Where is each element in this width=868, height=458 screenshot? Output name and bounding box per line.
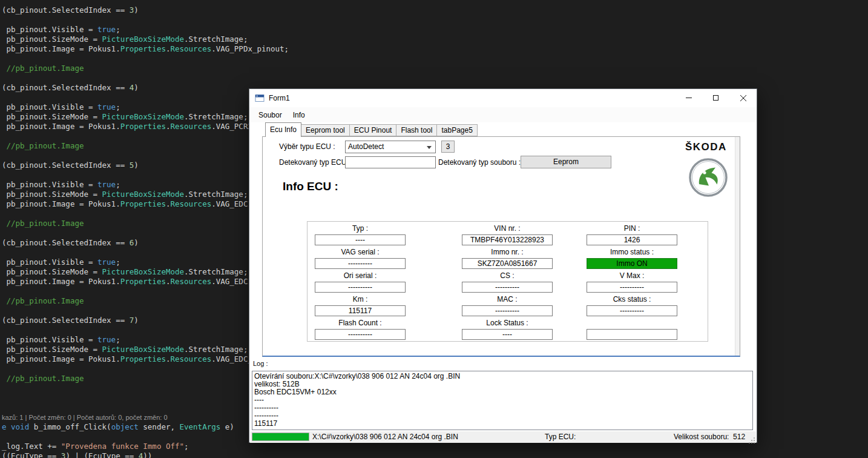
field-label: Immo status : bbox=[587, 248, 677, 258]
window-controls bbox=[675, 89, 757, 107]
code-line: _log.Text += "Provedena funkce Immo Off"… bbox=[2, 442, 868, 451]
field-label: Lock Status : bbox=[462, 319, 553, 329]
tab-tabpage5[interactable]: tabPage5 bbox=[437, 124, 477, 136]
ecu-type-label: Výběr typu ECU : bbox=[279, 142, 335, 151]
field-label bbox=[587, 319, 677, 329]
status-ecu-type-label: Typ ECU: bbox=[545, 433, 576, 441]
field-value-pin[interactable]: 1426 bbox=[587, 234, 677, 245]
field-value-cs[interactable]: ---------- bbox=[462, 282, 553, 293]
field-value-box[interactable] bbox=[587, 329, 677, 340]
screen: (cb_pinout.SelectedIndex == 3) pb_pinout… bbox=[0, 0, 868, 458]
tab-strip: Ecu InfoEeprom toolECU PinoutFlash toolt… bbox=[265, 122, 478, 136]
code-line: //pb_pinout.Image bbox=[2, 64, 868, 73]
eeprom-button[interactable]: Eeprom bbox=[521, 156, 611, 168]
maximize-icon bbox=[713, 95, 718, 101]
detected-file-label: Detekovaný typ souboru : bbox=[438, 158, 521, 167]
detected-ecu-label: Detekovaný typ ECU : bbox=[279, 158, 350, 167]
minimize-icon bbox=[686, 98, 692, 98]
field-label: PIN : bbox=[587, 224, 677, 234]
code-line: (cb_pinout.SelectedIndex == 3) bbox=[2, 5, 868, 15]
menu-item-soubor[interactable]: Soubor bbox=[253, 108, 288, 122]
field-value-lock-status[interactable]: ---- bbox=[462, 329, 553, 340]
tab-ecu-info[interactable]: Ecu Info bbox=[265, 122, 301, 137]
skoda-wordmark: ŠKODA bbox=[685, 141, 727, 153]
field-label: MAC : bbox=[462, 295, 553, 305]
tab-ecu-pinout[interactable]: ECU Pinout bbox=[350, 124, 397, 136]
field-column: PIN :1426Immo status :Immo ONV Max :----… bbox=[587, 222, 677, 342]
field-label: Typ : bbox=[315, 224, 406, 234]
field-value-km[interactable]: 115117 bbox=[315, 305, 406, 316]
field-value-v-max[interactable]: ---------- bbox=[587, 282, 677, 293]
code-line: pb_pinout.Visible = true; bbox=[2, 25, 868, 35]
log-line: Otevírání souboru:X:\C#\vzorky\038 906 0… bbox=[254, 373, 751, 380]
code-line: pb_pinout.SizeMode = PictureBoxSizeMode.… bbox=[2, 35, 868, 44]
field-value-flash-count[interactable]: ---------- bbox=[315, 329, 406, 340]
tab-page-ecu-info: Výběr typu ECU : AutoDetect 3 Detekovaný… bbox=[262, 136, 740, 357]
minimize-button[interactable] bbox=[675, 89, 702, 107]
progress-fill bbox=[252, 433, 309, 440]
log-line: ---------- bbox=[254, 404, 751, 412]
log-line: ---- bbox=[254, 396, 751, 404]
ecu-type-value: AutoDetect bbox=[348, 142, 384, 151]
field-value-immo-nr[interactable]: SKZ7Z0A0851667 bbox=[462, 258, 553, 269]
field-column: Typ :----VAG serial :----------Ori seria… bbox=[315, 222, 406, 342]
field-label: VAG serial : bbox=[315, 248, 406, 258]
code-line: ((EcuType == 3) | (EcuType == 4)) bbox=[2, 451, 868, 458]
field-label: Immo nr. : bbox=[462, 248, 553, 258]
code-line: pb_pinout.Image = Pokus1.Properties.Reso… bbox=[2, 44, 868, 54]
field-value-ori-serial[interactable]: ---------- bbox=[315, 282, 406, 293]
log-line: ---------- bbox=[254, 412, 751, 420]
code-line bbox=[2, 54, 868, 64]
chevron-down-icon bbox=[427, 146, 432, 149]
field-value-vin-nr[interactable]: TMBPF46Y013228923 bbox=[462, 234, 553, 245]
form1-window: Form1 SouborInfo Ecu InfoEeprom toolECU … bbox=[249, 88, 757, 443]
field-label: Ori serial : bbox=[315, 271, 406, 282]
status-file-path: X:\C#\vzorky\038 906 012 AN 24c04 org .B… bbox=[312, 433, 458, 441]
title-bar[interactable]: Form1 bbox=[249, 89, 757, 107]
log-textbox[interactable]: Otevírání souboru:X:\C#\vzorky\038 906 0… bbox=[252, 371, 753, 430]
code-line bbox=[2, 73, 868, 83]
status-bar: X:\C#\vzorky\038 906 012 AN 24c04 org .B… bbox=[250, 431, 756, 443]
close-icon bbox=[740, 95, 746, 101]
status-file-size-value: 512 bbox=[733, 433, 745, 441]
log-line: 115117 bbox=[254, 420, 751, 428]
field-label: Cks status : bbox=[587, 295, 677, 305]
form-app-icon bbox=[255, 93, 265, 103]
ecu-fields-group: Typ :----VAG serial :----------Ori seria… bbox=[307, 221, 708, 342]
field-column: VIN nr. :TMBPF46Y013228923Immo nr. :SKZ7… bbox=[462, 222, 553, 342]
tab-eeprom-tool[interactable]: Eeprom tool bbox=[301, 124, 350, 136]
info-ecu-heading: Info ECU : bbox=[283, 180, 338, 193]
field-label: V Max : bbox=[587, 271, 677, 282]
status-file-size: Velikost souboru: 512 bbox=[674, 433, 745, 441]
maximize-button[interactable] bbox=[702, 89, 729, 107]
status-file-size-label: Velikost souboru: bbox=[674, 433, 729, 441]
field-value-vag-serial[interactable]: ---------- bbox=[315, 258, 406, 269]
field-value-cks-status[interactable]: ---------- bbox=[587, 305, 677, 316]
field-label: CS : bbox=[462, 271, 553, 282]
ecu-type-combobox[interactable]: AutoDetect bbox=[345, 141, 436, 153]
field-label: Flash Count : bbox=[315, 319, 406, 329]
progress-bar bbox=[252, 433, 309, 441]
menu-bar: SouborInfo bbox=[249, 107, 757, 122]
window-title: Form1 bbox=[269, 94, 290, 102]
menu-item-info[interactable]: Info bbox=[288, 108, 311, 122]
code-line bbox=[2, 15, 868, 25]
field-label: VIN nr. : bbox=[462, 224, 553, 234]
field-value-immo-status[interactable]: Immo ON bbox=[587, 258, 677, 269]
tab-flash-tool[interactable]: Flash tool bbox=[396, 124, 437, 136]
log-label: Log : bbox=[253, 360, 268, 367]
field-value-typ[interactable]: ---- bbox=[315, 234, 406, 245]
detected-ecu-input[interactable] bbox=[345, 156, 436, 168]
field-value-mac[interactable]: ---------- bbox=[462, 305, 553, 316]
log-line: Bosch EDC15VM+ 012xx bbox=[254, 388, 751, 396]
tabpage-scrollbar[interactable] bbox=[735, 137, 740, 356]
field-label: Km : bbox=[315, 295, 406, 305]
close-button[interactable] bbox=[729, 89, 757, 107]
button-3[interactable]: 3 bbox=[441, 141, 455, 153]
resize-grip-icon[interactable] bbox=[748, 435, 755, 442]
skoda-logo-icon bbox=[689, 158, 728, 197]
